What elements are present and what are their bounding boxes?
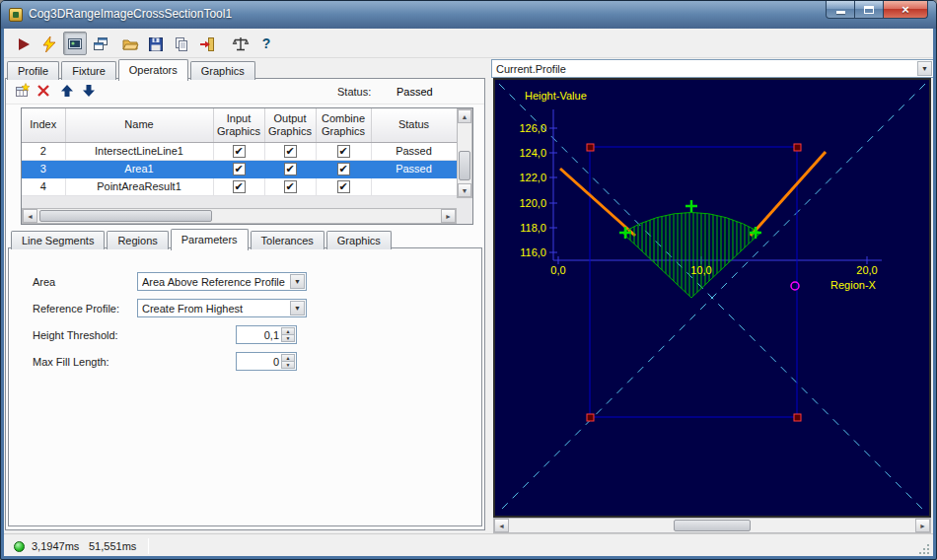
move-down-button[interactable]: [79, 83, 99, 102]
input-graphics-checkbox[interactable]: ✔: [233, 145, 246, 158]
scroll-down-button[interactable]: ▼: [458, 183, 471, 197]
tab-line-segments[interactable]: Line Segments: [11, 231, 105, 249]
delete-operator-button[interactable]: [34, 83, 53, 102]
scroll-right-button[interactable]: ►: [441, 209, 456, 223]
scroll-left-icon: ◄: [495, 520, 508, 532]
live-run-button[interactable]: [37, 32, 61, 55]
open-folder-icon: [121, 35, 139, 53]
tab-parameters[interactable]: Parameters: [171, 229, 249, 250]
scroll-up-icon: ▲: [459, 110, 470, 123]
scroll-right-icon: ►: [442, 210, 455, 223]
scroll-left-button[interactable]: ◄: [494, 519, 509, 532]
combine-graphics-checkbox[interactable]: ✔: [337, 180, 350, 193]
show-image-toggle[interactable]: [63, 32, 87, 55]
svg-text:116,0: 116,0: [520, 246, 546, 258]
svg-text:120,0: 120,0: [519, 197, 546, 209]
table-row-selected[interactable]: 3 Area1 ✔ ✔ ✔ Passed: [22, 160, 457, 177]
combine-graphics-checkbox[interactable]: ✔: [337, 163, 350, 175]
execution-time: 3,1947ms: [32, 540, 79, 552]
column-header-output-graphics[interactable]: Output Graphics: [264, 108, 316, 142]
cell-input-graphics: ✔: [213, 160, 264, 177]
tab-profile[interactable]: Profile: [7, 61, 59, 80]
scroll-left-button[interactable]: ◄: [23, 209, 37, 223]
combine-graphics-checkbox[interactable]: ✔: [337, 145, 350, 158]
scroll-down-icon: ▼: [459, 184, 470, 197]
height-threshold-spinner[interactable]: 0,1 ▲ ▼: [236, 325, 297, 344]
minimize-button[interactable]: [826, 1, 855, 19]
save-button[interactable]: [144, 32, 168, 55]
maximize-button[interactable]: [855, 1, 884, 19]
arrow-down-icon: [81, 83, 97, 99]
cell-combine-graphics: ✔: [316, 177, 371, 195]
column-header-status[interactable]: Status: [371, 108, 457, 142]
plot-horizontal-scrollbar[interactable]: ◄ ►: [493, 518, 931, 533]
tab-graphics-sub[interactable]: Graphics: [326, 231, 392, 249]
spin-down-button[interactable]: ▼: [281, 361, 295, 369]
max-fill-length-spinner[interactable]: 0 ▲ ▼: [236, 352, 297, 371]
column-header-name[interactable]: Name: [65, 108, 213, 142]
cell-status: Passed: [371, 160, 457, 177]
cell-name: IntersectLineLine1: [65, 142, 213, 160]
float-window-button[interactable]: [89, 32, 112, 55]
open-button[interactable]: [118, 32, 142, 55]
column-header-input-graphics[interactable]: Input Graphics: [213, 108, 264, 142]
tab-tolerances[interactable]: Tolerances: [251, 231, 324, 249]
add-operator-button[interactable]: [12, 83, 32, 102]
svg-text:10,0: 10,0: [690, 264, 711, 276]
reset-button[interactable]: [195, 32, 219, 55]
scroll-right-button[interactable]: ►: [915, 519, 930, 532]
status-bar: 3,1947ms 51,551ms: [4, 533, 933, 556]
table-vertical-scrollbar[interactable]: ▲ ▼: [457, 108, 472, 198]
tab-graphics[interactable]: Graphics: [190, 61, 255, 80]
dropdown-arrow-icon[interactable]: ▼: [290, 274, 305, 289]
resize-grip[interactable]: [918, 543, 931, 556]
maximize-icon: [864, 6, 874, 14]
cell-status: [371, 177, 457, 195]
titlebar[interactable]: Cog3DRangeImageCrossSectionTool1 ×: [1, 1, 936, 29]
column-header-combine-graphics[interactable]: Combine Graphics: [316, 108, 371, 142]
height-threshold-label: Height Threshold:: [33, 329, 118, 341]
dropdown-arrow-icon[interactable]: ▼: [917, 61, 932, 76]
status-label: Status:: [337, 86, 371, 98]
run-button[interactable]: [12, 32, 36, 55]
tab-fixture[interactable]: Fixture: [61, 61, 116, 80]
column-header-index[interactable]: Index: [22, 108, 65, 142]
profile-plot[interactable]: Height-Value126,0124,0122,0120,0118,0116…: [495, 80, 929, 516]
scroll-thumb[interactable]: [674, 520, 751, 531]
output-graphics-checkbox[interactable]: ✔: [284, 145, 297, 158]
spin-down-button[interactable]: ▼: [281, 334, 295, 342]
input-graphics-checkbox[interactable]: ✔: [233, 163, 246, 175]
svg-text:Region-X: Region-X: [830, 279, 877, 291]
table-row[interactable]: 4 PointAreaResult1 ✔ ✔ ✔: [22, 177, 457, 195]
status-led-icon: [14, 541, 25, 552]
balance-button[interactable]: [229, 32, 252, 55]
operator-sub-tab-strip: Line SegmentsRegionsParametersTolerances…: [11, 229, 394, 248]
scroll-thumb[interactable]: [459, 151, 470, 180]
reference-profile-dropdown[interactable]: Create From Highest ▼: [137, 299, 307, 317]
scroll-thumb[interactable]: [39, 210, 212, 222]
tab-regions[interactable]: Regions: [107, 231, 168, 249]
profile-plot-area[interactable]: Height-Value126,0124,0122,0120,0118,0116…: [493, 78, 931, 518]
main-toolbar: ?: [4, 29, 933, 58]
output-graphics-checkbox[interactable]: ✔: [284, 163, 297, 175]
scroll-up-button[interactable]: ▲: [458, 109, 471, 123]
move-up-button[interactable]: [57, 83, 77, 102]
copy-results-button[interactable]: [170, 32, 193, 55]
max-fill-length-value: 0: [239, 356, 279, 368]
input-graphics-checkbox[interactable]: ✔: [233, 180, 246, 193]
table-horizontal-scrollbar[interactable]: ◄ ►: [22, 208, 457, 224]
cell-combine-graphics: ✔: [316, 160, 371, 177]
table-row[interactable]: 2 IntersectLineLine1 ✔ ✔ ✔ Passed: [22, 142, 457, 160]
scroll-right-icon: ►: [916, 520, 929, 532]
dropdown-arrow-icon[interactable]: ▼: [290, 301, 305, 315]
svg-text:20,0: 20,0: [856, 264, 877, 276]
close-button[interactable]: ×: [884, 1, 928, 19]
area-dropdown[interactable]: Area Above Reference Profile ▼: [137, 272, 307, 291]
max-fill-length-label: Max Fill Length:: [33, 356, 109, 368]
tab-operators[interactable]: Operators: [118, 59, 188, 81]
output-graphics-checkbox[interactable]: ✔: [284, 180, 297, 193]
check-icon: ✔: [234, 163, 243, 175]
current-profile-dropdown[interactable]: Current.Profile ▼: [491, 59, 933, 78]
float-window-icon: [92, 35, 109, 53]
help-button[interactable]: ?: [254, 32, 278, 55]
